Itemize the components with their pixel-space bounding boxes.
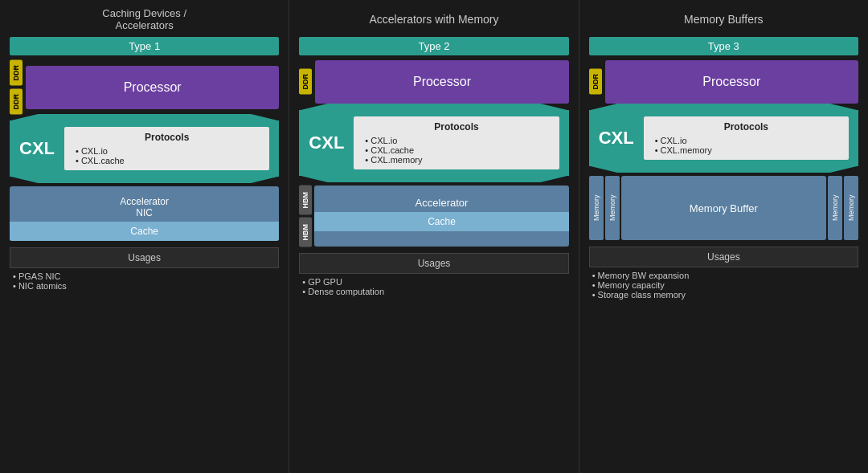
col2-protocols-box: Protocols CXL.io CXL.cache CXL.memory bbox=[354, 116, 559, 169]
col2-accelerator-label: Accelerator bbox=[314, 186, 568, 212]
col3-protocol-2: CXL.memory bbox=[655, 145, 841, 155]
column-1: Caching Devices /Accelerators Type 1 DDR… bbox=[0, 0, 289, 473]
col3-memory-buffer-box: Memory Buffer bbox=[621, 176, 826, 240]
col2-hbm-accelerator: HBM HBM Accelerator Cache bbox=[299, 186, 568, 247]
col1-usages-list: PGAS NIC NIC atomics bbox=[10, 271, 279, 291]
col1-nic-label: AcceleratorNIC bbox=[10, 186, 279, 222]
col3-usages-bar: Usages bbox=[589, 247, 858, 267]
col3-protocol-1: CXL.io bbox=[655, 136, 841, 145]
col2-usage-1: GP GPU bbox=[302, 277, 568, 287]
col1-ddr-labels: DDR DDR bbox=[10, 60, 23, 114]
col2-title: Accelerators with Memory bbox=[299, 6, 568, 32]
col2-protocol-3: CXL.memory bbox=[365, 155, 551, 165]
col3-cxl-section: CXL Protocols CXL.io CXL.memory bbox=[589, 110, 858, 166]
col2-cache-label: Cache bbox=[314, 212, 568, 231]
col3-mem-stick-3: Memory bbox=[828, 176, 842, 240]
col2-protocol-2: CXL.cache bbox=[365, 145, 551, 155]
col1-ddr1: DDR bbox=[10, 60, 23, 86]
col1-connector-top bbox=[11, 114, 277, 120]
col1-cache-label: Cache bbox=[10, 222, 279, 241]
col2-protocols-list: CXL.io CXL.cache CXL.memory bbox=[362, 136, 551, 165]
col3-protocols-box: Protocols CXL.io CXL.memory bbox=[644, 116, 849, 160]
col1-processor: Processor bbox=[26, 66, 279, 109]
col2-ddr-labels: DDR bbox=[299, 69, 312, 95]
col1-usages-bar: Usages bbox=[10, 247, 279, 268]
col1-protocol-1: CXL.io bbox=[76, 146, 261, 156]
main-container: Caching Devices /Accelerators Type 1 DDR… bbox=[0, 0, 868, 473]
col3-usage-2: Memory capacity bbox=[592, 280, 858, 290]
col3-memory-buffer-section: Memory Memory Memory Buffer Memory Memor… bbox=[589, 176, 858, 240]
col1-ddr2: DDR bbox=[10, 89, 23, 115]
col1-connector-bottom bbox=[11, 177, 277, 183]
col2-processor: Processor bbox=[315, 60, 568, 104]
col3-mem-stick-1: Memory bbox=[589, 176, 604, 240]
column-2: Accelerators with Memory Type 2 DDR Proc… bbox=[289, 0, 579, 473]
col3-connector-bottom bbox=[591, 166, 857, 173]
col2-cxl-section: CXL Protocols CXL.io CXL.cache CXL.memor… bbox=[299, 110, 568, 176]
col3-cxl-label: CXL bbox=[599, 128, 634, 149]
col2-accelerator-box: Accelerator Cache bbox=[314, 186, 568, 247]
col2-usages-list: GP GPU Dense computation bbox=[299, 277, 568, 296]
col3-processor-section: DDR Processor bbox=[589, 60, 858, 104]
col1-cxl-label: CXL bbox=[19, 138, 55, 159]
col3-protocols-list: CXL.io CXL.memory bbox=[652, 136, 841, 155]
col3-mem-stick-4: Memory bbox=[844, 176, 858, 240]
col2-hbm2: HBM bbox=[299, 218, 312, 247]
col3-mem-stick-2: Memory bbox=[605, 176, 620, 240]
col3-ddr-labels: DDR bbox=[589, 69, 602, 95]
col1-type-badge: Type 1 bbox=[10, 37, 279, 55]
col3-protocols-title: Protocols bbox=[652, 121, 841, 133]
col1-protocols-list: CXL.io CXL.cache bbox=[72, 146, 261, 165]
col2-usages-bar: Usages bbox=[299, 253, 568, 274]
col3-usages-list: Memory BW expansion Memory capacity Stor… bbox=[589, 271, 858, 300]
col1-usage-2: NIC atomics bbox=[13, 281, 279, 291]
col3-processor: Processor bbox=[605, 60, 858, 104]
col2-connector-bottom bbox=[301, 176, 567, 182]
col1-usage-1: PGAS NIC bbox=[13, 271, 279, 281]
col2-ddr1: DDR bbox=[299, 69, 312, 95]
col2-usage-2: Dense computation bbox=[302, 287, 568, 296]
col2-processor-section: DDR Processor bbox=[299, 60, 568, 104]
col2-cxl-label: CXL bbox=[309, 133, 344, 153]
column-3: Memory Buffers Type 3 DDR Processor CXL … bbox=[579, 0, 868, 473]
col1-protocols-box: Protocols CXL.io CXL.cache bbox=[64, 127, 269, 170]
col1-protocol-2: CXL.cache bbox=[76, 156, 261, 165]
col2-protocols-title: Protocols bbox=[362, 121, 551, 133]
col3-title: Memory Buffers bbox=[589, 6, 858, 32]
col3-usage-3: Storage class memory bbox=[592, 290, 858, 300]
col1-title: Caching Devices /Accelerators bbox=[10, 6, 279, 32]
col2-connector-top bbox=[301, 104, 567, 110]
col1-nic-cache: AcceleratorNIC Cache bbox=[10, 186, 279, 241]
col3-usage-1: Memory BW expansion bbox=[592, 271, 858, 280]
col2-protocol-1: CXL.io bbox=[365, 136, 551, 145]
col1-protocols-title: Protocols bbox=[72, 132, 261, 143]
col3-connector-top bbox=[591, 104, 857, 110]
col3-ddr1: DDR bbox=[589, 69, 602, 95]
col1-processor-section: DDR DDR Processor bbox=[10, 60, 279, 114]
col2-hbm1: HBM bbox=[299, 186, 312, 215]
col3-type-badge: Type 3 bbox=[589, 37, 858, 55]
col2-type-badge: Type 2 bbox=[299, 37, 568, 55]
col2-hbm-labels: HBM HBM bbox=[299, 186, 312, 247]
col1-cxl-section: CXL Protocols CXL.io CXL.cache bbox=[10, 120, 279, 177]
